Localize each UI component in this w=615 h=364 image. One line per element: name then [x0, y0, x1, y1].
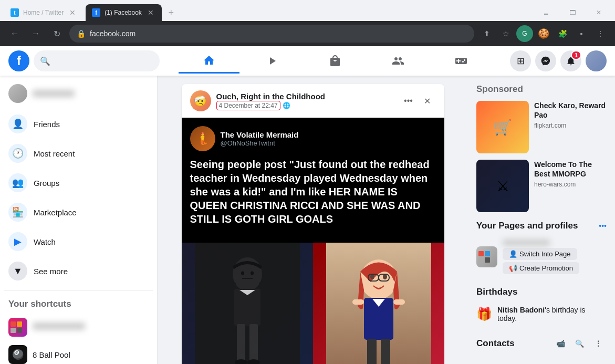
post-image-right — [313, 243, 444, 364]
pages-more-button[interactable]: ••• — [599, 222, 607, 230]
pages-actions-2: 📢 Create Promotion — [503, 262, 607, 274]
contacts-search-button[interactable]: 🔍 — [571, 335, 588, 352]
nav-groups[interactable] — [368, 48, 429, 74]
user-avatar[interactable] — [586, 50, 607, 71]
contacts-actions: 📹 🔍 ⋮ — [552, 335, 607, 352]
fb-feed: 🤕 Ouch, Right in the Childhood 4 Decembe… — [158, 76, 468, 364]
sidebar-item-groups[interactable]: 👥 Groups — [4, 168, 153, 197]
ad-flipkart-title: Check Karo, Reward Pao — [534, 101, 607, 120]
watch-icon: ▶ — [8, 232, 27, 251]
post-header: 🤕 Ouch, Right in the Childhood 4 Decembe… — [182, 84, 444, 118]
contacts-section-title: Contacts 📹 🔍 ⋮ — [476, 335, 607, 352]
shortcut-item-8ball[interactable]: 🎱 8 Ball Pool — [4, 341, 153, 364]
post-group-avatar: 🤕 — [190, 90, 211, 111]
post-more-button[interactable]: ••• — [400, 92, 417, 109]
address-bar: ← → ↻ 🔒 facebook.com ⬆ ☆ G 🍪 🧩 ▪ ⋮ — [0, 21, 615, 46]
tab-facebook-close[interactable]: ✕ — [146, 8, 155, 17]
forward-button[interactable]: → — [27, 25, 44, 42]
url-bar[interactable]: 🔒 facebook.com — [69, 25, 474, 43]
sidebar-item-most-recent[interactable]: 🕐 Most recent — [4, 139, 153, 168]
search-icon: 🔍 — [40, 56, 50, 66]
nav-gaming[interactable] — [431, 48, 492, 74]
sidebar-see-more-label: See more — [34, 267, 68, 276]
fb-logo[interactable]: f — [8, 50, 29, 71]
ad-flipkart-domain: flipkart.com — [534, 122, 607, 129]
svg-point-11 — [241, 272, 244, 275]
messenger-button[interactable] — [535, 50, 556, 71]
menu-button[interactable]: ⋮ — [592, 25, 609, 42]
tab-bar: t Home / Twitter ✕ f (1) Facebook ✕ + 🗕 … — [0, 0, 615, 21]
sidebar-toggle[interactable]: ▪ — [573, 25, 590, 42]
ad-hero-wars-title: Welcome To The Best MMORPG — [534, 160, 607, 179]
svg-rect-26 — [381, 339, 390, 364]
contacts-more-button[interactable]: ⋮ — [590, 335, 607, 352]
svg-point-12 — [251, 272, 254, 275]
shortcut-icon-8ball: 🎱 — [8, 345, 27, 364]
fb-main: 👤 Friends 🕐 Most recent 👥 Groups 🏪 Marke… — [0, 76, 615, 364]
switch-page-icon: 👤 — [509, 250, 517, 258]
shortcut-item-1[interactable] — [4, 314, 153, 341]
tweet-avatar-image: 🧜 — [190, 126, 215, 151]
contacts-video-button[interactable]: 📹 — [552, 335, 569, 352]
nav-marketplace[interactable] — [305, 48, 366, 74]
pages-name-1 — [503, 240, 550, 246]
sidebar-item-friends[interactable]: 👤 Friends — [4, 109, 153, 139]
feed-inner: 🤕 Ouch, Right in the Childhood 4 Decembe… — [182, 84, 444, 356]
post-close-button[interactable]: ✕ — [419, 92, 436, 109]
sidebar-user-profile[interactable] — [4, 80, 153, 107]
minimize-button[interactable]: 🗕 — [534, 4, 558, 21]
bookmark-button[interactable]: ☆ — [497, 25, 514, 42]
tab-twitter-title: Home / Twitter — [23, 9, 64, 16]
shortcut-icon-1 — [8, 318, 27, 337]
share-button[interactable]: ⬆ — [478, 25, 495, 42]
svg-point-18 — [383, 274, 387, 279]
fb-nav — [160, 48, 510, 74]
close-button[interactable]: ✕ — [587, 4, 611, 21]
svg-rect-7 — [237, 324, 245, 361]
sidebar-friends-label: Friends — [34, 120, 60, 129]
nav-home[interactable] — [179, 48, 239, 74]
tab-facebook-title: (1) Facebook — [105, 9, 142, 16]
browser-window: t Home / Twitter ✕ f (1) Facebook ✕ + 🗕 … — [0, 0, 615, 46]
pages-item-1: 👤 Switch Into Page 📢 Create Promotion — [476, 235, 607, 278]
ad-flipkart-info: Check Karo, Reward Pao flipkart.com — [534, 101, 607, 153]
svg-rect-23 — [352, 299, 364, 305]
birthdays-title: Birthdays — [476, 287, 607, 297]
shortcuts-title: Your shortcuts — [4, 295, 153, 314]
shortcut-label-8ball: 8 Ball Pool — [33, 350, 70, 359]
fb-right-panel: Sponsored 🛒 Check Karo, Reward Pao flipk… — [468, 76, 615, 364]
sponsored-title: Sponsored — [476, 84, 607, 95]
promotion-icon: 📢 — [509, 264, 517, 272]
back-button[interactable]: ← — [6, 25, 23, 42]
post-images — [182, 243, 444, 364]
window-controls: 🗕 🗖 ✕ — [534, 4, 611, 21]
create-promotion-button[interactable]: 📢 Create Promotion — [503, 262, 579, 274]
tab-twitter-close[interactable]: ✕ — [68, 8, 77, 17]
tweet-card: 🧜 The Volatile Mermaid @OhNoSheTwitnt Se… — [182, 118, 444, 243]
sidebar-item-watch[interactable]: ▶ Watch — [4, 227, 153, 256]
notifications-button[interactable]: 1 — [560, 50, 581, 71]
pages-actions-1: 👤 Switch Into Page — [503, 248, 607, 260]
switch-into-page-button[interactable]: 👤 Switch Into Page — [503, 248, 577, 260]
ad-hero-wars[interactable]: ⚔ Welcome To The Best MMORPG hero-wars.c… — [476, 160, 607, 212]
extensions-button[interactable]: 🧩 — [554, 25, 571, 42]
sidebar-item-marketplace[interactable]: 🏪 Marketplace — [4, 197, 153, 227]
tab-twitter[interactable]: t Home / Twitter ✕ — [4, 4, 84, 21]
sidebar-item-see-more[interactable]: ▼ See more — [4, 256, 153, 286]
post-image-left — [182, 243, 313, 364]
extension-btn-1[interactable]: G — [516, 25, 533, 42]
extension-btn-2[interactable]: 🍪 — [535, 25, 552, 42]
svg-rect-8 — [249, 324, 258, 361]
ad-flipkart[interactable]: 🛒 Check Karo, Reward Pao flipkart.com — [476, 101, 607, 153]
tab-facebook[interactable]: f (1) Facebook ✕ — [86, 4, 162, 21]
svg-rect-25 — [367, 339, 377, 364]
sidebar-username — [33, 90, 75, 97]
new-tab-button[interactable]: + — [164, 5, 179, 20]
sidebar-marketplace-label: Marketplace — [34, 208, 77, 217]
nav-watch[interactable] — [242, 48, 303, 74]
apps-button[interactable]: ⊞ — [510, 50, 531, 71]
maximize-button[interactable]: 🗖 — [560, 4, 585, 21]
search-bar[interactable]: 🔍 — [34, 50, 160, 71]
marketplace-icon: 🏪 — [8, 203, 27, 222]
reload-button[interactable]: ↻ — [48, 25, 65, 42]
